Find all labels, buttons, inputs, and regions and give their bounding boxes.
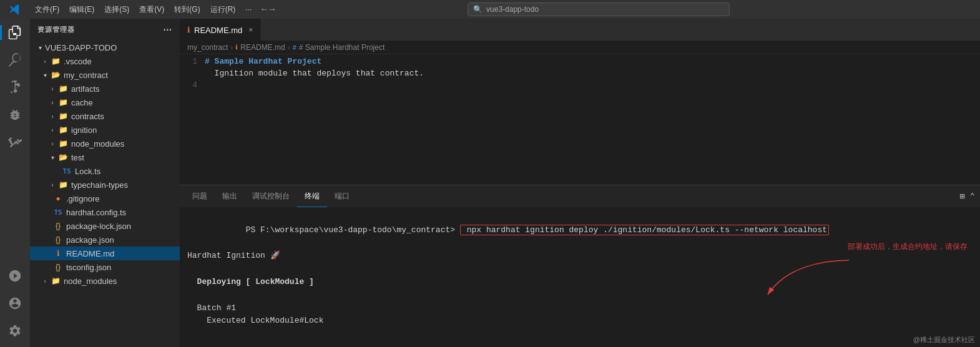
tree-package-json[interactable]: {} package.json (30, 233, 180, 247)
breadcrumb-readme[interactable]: README.md (240, 43, 285, 52)
tree-root-node-modules[interactable]: › 📁 node_modules (30, 274, 180, 288)
tab-md-icon: ℹ (187, 26, 190, 34)
code-line-3: 4 (180, 81, 980, 92)
tab-close-icon[interactable]: × (248, 26, 253, 34)
nav-arrows: ← → (257, 4, 280, 14)
activity-bar (0, 19, 30, 347)
contracts-label: contracts (71, 112, 104, 121)
code-line-2: Ignition module that deploys that contra… (180, 69, 980, 81)
term-line-7 (187, 328, 973, 341)
folder-icon-6: 📁 (57, 139, 69, 148)
tree-ignition[interactable]: › 📁 ignition (30, 123, 180, 137)
panel-wrapper: PS F:\workspace\vue3-dapp-todo\my_contra… (180, 207, 980, 347)
lock-ts-label: Lock.ts (75, 167, 100, 176)
explorer-icon[interactable] (4, 21, 26, 44)
menu-bar: 文件(F) 编辑(E) 选择(S) 查看(V) 转到(G) 运行(R) ··· (30, 0, 257, 19)
menu-edit[interactable]: 编辑(E) (64, 0, 99, 19)
menu-file[interactable]: 文件(F) (30, 0, 64, 19)
breadcrumb-section[interactable]: # Sample Hardhat Project (299, 43, 385, 52)
term-line-8: [ LockModule ] successfully deployed 🚀 (187, 341, 973, 347)
md-icon: ℹ (52, 249, 64, 258)
panel-tab-problems[interactable]: 问题 (185, 185, 215, 207)
tree-root[interactable]: ▾ VUE3-DAPP-TODO (30, 41, 180, 54)
panel-tab-output[interactable]: 输出 (215, 185, 245, 207)
watermark: @稀土掘金技术社区 (913, 335, 975, 345)
readme-label: README.md (66, 249, 114, 258)
tree-vscode[interactable]: › 📁 .vscode (30, 54, 180, 68)
json-icon-3: {} (52, 263, 64, 271)
hardhat-label: hardhat.config.ts (66, 208, 126, 217)
menu-goto[interactable]: 转到(G) (169, 0, 205, 19)
tree-node-modules[interactable]: › 📁 node_modules (30, 137, 180, 150)
code-area: 1 # Sample Hardhat Project Ignition modu… (180, 54, 980, 185)
sidebar-title: 资源管理器 (37, 25, 75, 34)
node-modules-label: node_modules (71, 139, 124, 149)
tree-package-lock[interactable]: {} package-lock.json (30, 219, 180, 233)
tree-contracts[interactable]: › 📁 contracts (30, 109, 180, 123)
terminal-content[interactable]: PS F:\workspace\vue3-dapp-todo\my_contra… (180, 207, 980, 347)
term-prompt: PS F:\workspace\vue3-dapp-todo\my_contra… (246, 225, 460, 235)
tree-cache[interactable]: › 📁 cache (30, 95, 180, 109)
close-panel-icon[interactable]: ⌃ (970, 191, 975, 202)
extensions-icon[interactable] (4, 131, 26, 154)
my-contract-label: my_contract (64, 71, 108, 80)
tree-gitignore[interactable]: ● .gitignore (30, 192, 180, 205)
tree-tsconfig[interactable]: {} tsconfig.json (30, 260, 180, 274)
tree-artifacts[interactable]: › 📁 artifacts (30, 82, 180, 95)
vscode-logo (0, 4, 30, 15)
debug-icon[interactable] (4, 104, 26, 126)
back-arrow[interactable]: ← (262, 4, 267, 14)
line-num-1: 1 (180, 57, 205, 66)
menu-more[interactable]: ··· (240, 0, 257, 19)
account-icon[interactable] (4, 292, 26, 315)
search-icon[interactable] (4, 49, 26, 71)
panel-tabs: 问题 输出 调试控制台 终端 端口 ⊞ ⌃ (180, 185, 980, 207)
titlebar: 文件(F) 编辑(E) 选择(S) 查看(V) 转到(G) 运行(R) ··· … (0, 0, 980, 19)
breadcrumb-md-icon: ℹ (235, 44, 238, 51)
json-icon: {} (52, 222, 64, 230)
term-line-2 (187, 263, 973, 276)
forward-arrow[interactable]: → (270, 4, 275, 14)
typechain-label: typechain-types (71, 180, 128, 190)
menu-run[interactable]: 运行(R) (205, 0, 241, 19)
annotation-text: 部署成功后，生成合约地址，请保存 (848, 242, 968, 252)
split-panel-icon[interactable]: ⊞ (959, 191, 964, 202)
term-line-6: Executed LockModule#Lock (187, 315, 973, 328)
activity-bar-bottom (4, 265, 26, 347)
menu-view[interactable]: 查看(V) (134, 0, 169, 19)
new-file-icon[interactable]: ⋯ (163, 25, 172, 35)
cache-label: cache (71, 98, 93, 107)
code-text-2: Ignition module that deploys that contra… (205, 69, 424, 78)
tree-my-contract[interactable]: ▾ 📂 my_contract (30, 68, 180, 82)
folder-icon-8: 📁 (50, 276, 61, 285)
tree-readme[interactable]: ℹ README.md (30, 247, 180, 260)
term-line-5: Batch #1 (187, 302, 973, 315)
tree-hardhat-config[interactable]: TS hardhat.config.ts (30, 205, 180, 219)
menu-select[interactable]: 选择(S) (99, 0, 134, 19)
panel-actions: ⊞ ⌃ (959, 191, 975, 202)
folder-icon-4: 📁 (57, 112, 69, 120)
breadcrumb-my-contract[interactable]: my_contract (187, 43, 228, 52)
remote-icon[interactable] (4, 265, 26, 287)
settings-icon[interactable] (4, 320, 26, 342)
ts-icon-2: TS (52, 208, 64, 217)
editor-area: ℹ README.md × my_contract › ℹ README.md … (180, 19, 980, 347)
search-text: vue3-dapp-todo (486, 5, 539, 14)
folder-open-icon-2: 📂 (57, 153, 69, 162)
folder-open-icon: 📂 (50, 71, 61, 79)
tree-typechain[interactable]: › 📁 typechain-types (30, 178, 180, 192)
source-control-icon[interactable] (4, 76, 26, 99)
panel-tab-terminal[interactable]: 终端 (297, 185, 327, 207)
root-label: VUE3-DAPP-TODO (45, 43, 117, 52)
ts-icon: TS (61, 167, 72, 175)
package-json-label: package.json (66, 235, 114, 245)
sidebar-header: 资源管理器 ⋯ (30, 19, 180, 41)
editor-content: 1 # Sample Hardhat Project Ignition modu… (180, 54, 980, 185)
panel-tab-ports[interactable]: 端口 (327, 185, 357, 207)
panel-tab-debug[interactable]: 调试控制台 (245, 185, 297, 207)
tab-readme[interactable]: ℹ README.md × (180, 19, 261, 41)
search-bar[interactable]: 🔍 vue3-dapp-todo (280, 2, 918, 16)
tree-lock-ts[interactable]: TS Lock.ts (30, 164, 180, 178)
tree-test[interactable]: ▾ 📂 test (30, 150, 180, 164)
json-icon-2: {} (52, 235, 64, 244)
